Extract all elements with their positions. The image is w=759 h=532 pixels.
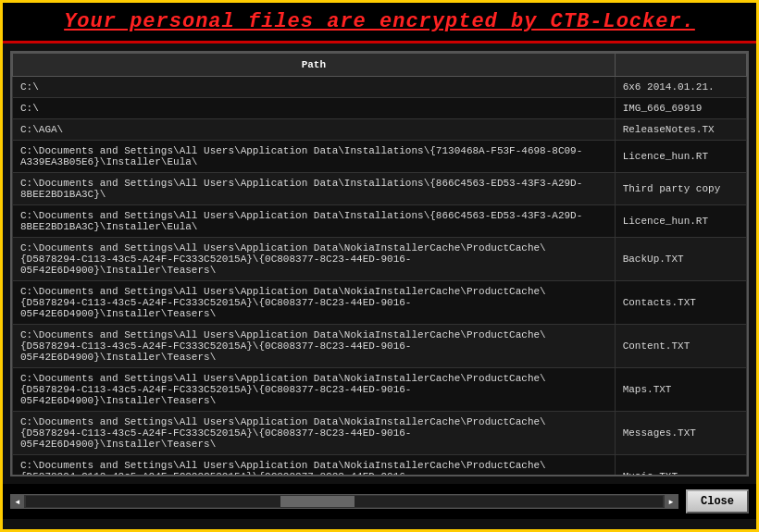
path-cell: C:\Documents and Settings\All Users\Appl… (13, 412, 616, 455)
path-cell: C:\AGA\ (13, 119, 616, 141)
table-row: C:\Documents and Settings\All Users\Appl… (13, 141, 747, 173)
h-scrollbar-track (26, 496, 663, 507)
table-scroll-area[interactable]: Path C:\6x6 2014.01.21.C:\IMG_666_69919C… (12, 53, 747, 475)
table-row: C:\Documents and Settings\All Users\Appl… (13, 412, 747, 455)
file-table-container: Path C:\6x6 2014.01.21.C:\IMG_666_69919C… (10, 51, 749, 476)
bottom-bar: ◄ ► Close (3, 484, 756, 519)
header-banner: Your personal files are encrypted by CTB… (3, 3, 756, 43)
table-row: C:\Documents and Settings\All Users\Appl… (13, 205, 747, 238)
path-cell: C:\ (13, 77, 616, 98)
file-cell: Messages.TXT (615, 412, 746, 455)
table-row: C:\IMG_666_69919 (13, 98, 747, 119)
table-row: C:\Documents and Settings\All Users\Appl… (13, 238, 747, 281)
file-table: Path C:\6x6 2014.01.21.C:\IMG_666_69919C… (12, 53, 747, 475)
path-column-header: Path (13, 54, 616, 77)
file-cell: Music.TXT (615, 455, 746, 476)
main-window: Your personal files are encrypted by CTB… (0, 0, 759, 532)
table-row: C:\6x6 2014.01.21. (13, 77, 747, 98)
file-cell: Maps.TXT (615, 368, 746, 412)
file-cell: Third party copy (615, 173, 746, 205)
path-cell: C:\Documents and Settings\All Users\Appl… (13, 325, 616, 368)
path-cell: C:\Documents and Settings\All Users\Appl… (13, 238, 616, 281)
table-row: C:\Documents and Settings\All Users\Appl… (13, 368, 747, 412)
path-cell: C:\Documents and Settings\All Users\Appl… (13, 141, 616, 173)
path-cell: C:\Documents and Settings\All Users\Appl… (13, 173, 616, 205)
table-row: C:\Documents and Settings\All Users\Appl… (13, 173, 747, 205)
scroll-right-button[interactable]: ► (665, 495, 678, 508)
path-cell: C:\Documents and Settings\All Users\Appl… (13, 205, 616, 238)
path-cell: C:\Documents and Settings\All Users\Appl… (13, 455, 616, 476)
path-cell: C:\ (13, 98, 616, 119)
path-cell: C:\Documents and Settings\All Users\Appl… (13, 281, 616, 325)
table-row: C:\Documents and Settings\All Users\Appl… (13, 325, 747, 368)
file-cell: Contacts.TXT (615, 281, 746, 325)
file-cell: Licence_hun.RT (615, 141, 746, 173)
table-row: C:\AGA\ReleaseNotes.TX (13, 119, 747, 141)
header-title: Your personal files are encrypted by CTB… (64, 10, 695, 33)
path-cell: C:\Documents and Settings\All Users\Appl… (13, 368, 616, 412)
table-row: C:\Documents and Settings\All Users\Appl… (13, 455, 747, 476)
file-column-header (615, 54, 746, 77)
file-cell: IMG_666_69919 (615, 98, 746, 119)
h-scrollbar-thumb[interactable] (280, 496, 355, 507)
file-cell: Content.TXT (615, 325, 746, 368)
table-row: C:\Documents and Settings\All Users\Appl… (13, 281, 747, 325)
close-button[interactable]: Close (686, 489, 749, 513)
file-cell: BackUp.TXT (615, 238, 746, 281)
file-cell: Licence_hun.RT (615, 205, 746, 238)
file-cell: 6x6 2014.01.21. (615, 77, 746, 98)
scroll-left-button[interactable]: ◄ (11, 495, 24, 508)
file-cell: ReleaseNotes.TX (615, 119, 746, 141)
horizontal-scrollbar[interactable]: ◄ ► (10, 494, 678, 509)
